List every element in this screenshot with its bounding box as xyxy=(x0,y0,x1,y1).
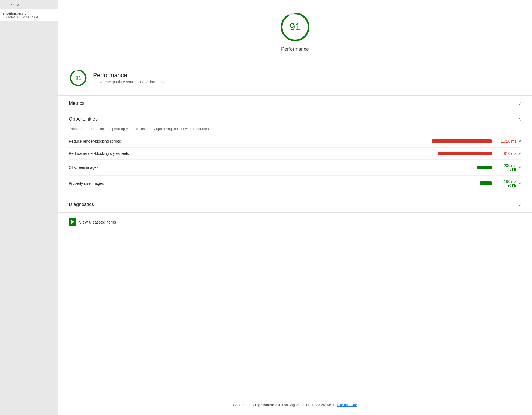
main-content: 91 Performance 91 Performance These enca… xyxy=(58,0,532,415)
opp-kb-offscreen: 41 KB xyxy=(495,168,516,172)
score-label-large: Performance xyxy=(281,46,309,52)
score-header: 91 Performance xyxy=(58,0,532,60)
entry-info: perfmatters.io 8/21/2017, 12:33:32 AM xyxy=(6,12,38,19)
play-triangle xyxy=(71,220,74,224)
metrics-header[interactable]: Metrics ∨ xyxy=(58,96,532,111)
opp-label-stylesheets: Reduce render-blocking stylesheets xyxy=(69,151,150,156)
opp-bar-area-offscreen: 230 ms 41 KB ∨ xyxy=(150,163,521,172)
passed-play-icon xyxy=(69,218,76,226)
sidebar: + × ⊘ ▶ perfmatters.io 8/21/2017, 12:33:… xyxy=(0,0,58,415)
footer: Generated by Lighthouse 2.0.0 on Aug 21,… xyxy=(58,395,532,415)
footer-generated-by: Generated by xyxy=(233,403,255,407)
stop-icon[interactable]: ⊘ xyxy=(16,2,21,7)
opp-value-scripts: 1,010 ms xyxy=(495,139,516,143)
score-circle-large: 91 xyxy=(279,11,311,43)
opp-label-offscreen: Offscreen images xyxy=(69,165,150,170)
diagnostics-header[interactable]: Diagnostics ∨ xyxy=(58,197,532,212)
score-number-large: 91 xyxy=(289,21,300,33)
opp-bar-stylesheets xyxy=(438,152,492,155)
entry-arrow-icon: ▶ xyxy=(3,12,5,15)
add-tab-icon[interactable]: + xyxy=(3,2,8,7)
opp-bar-offscreen xyxy=(477,166,492,169)
opportunity-row-offscreen: Offscreen images 230 ms 41 KB ∨ xyxy=(69,159,521,175)
opportunities-body: These are opportunities to speed up your… xyxy=(58,127,532,197)
sidebar-tab-bar: + × ⊘ xyxy=(0,0,58,9)
sidebar-entry[interactable]: ▶ perfmatters.io 8/21/2017, 12:33:32 AM xyxy=(0,9,58,21)
opp-kb-size: 30 KB xyxy=(495,184,516,187)
diagnostics-chevron-icon: ∨ xyxy=(518,202,521,207)
opp-chevron-stylesheets[interactable]: ∨ xyxy=(519,151,521,156)
opportunity-row-size: Properly size images 160 ms 30 KB ∨ xyxy=(69,175,521,191)
opp-value-size: 160 ms 30 KB xyxy=(495,179,516,187)
file-issue-link[interactable]: File an issue xyxy=(337,403,357,407)
opportunities-label: Opportunities xyxy=(69,116,98,122)
opp-bar-scripts xyxy=(432,139,492,143)
opp-value-offscreen: 230 ms 41 KB xyxy=(495,163,516,172)
opportunity-row-scripts: Reduce render-blocking scripts 1,010 ms … xyxy=(69,135,521,147)
performance-description: These encapsulate your app's performance… xyxy=(93,80,167,84)
score-circle-small: 91 xyxy=(69,68,88,87)
footer-version-date: 2.0.0 on Aug 21, 2017, 12:33 AM MST | xyxy=(274,403,337,407)
performance-title: Performance xyxy=(93,72,167,79)
close-tab-icon[interactable]: × xyxy=(9,2,14,7)
opp-value-stylesheets: 910 ms xyxy=(495,151,516,156)
opp-bar-area-scripts: 1,010 ms ∨ xyxy=(150,139,521,143)
opp-ms-size: 160 ms xyxy=(495,179,516,184)
footer-lighthouse: Lighthouse xyxy=(255,403,274,407)
opp-chevron-size[interactable]: ∨ xyxy=(519,181,521,186)
opp-chevron-scripts[interactable]: ∨ xyxy=(519,139,521,143)
opportunity-row-stylesheets: Reduce render-blocking stylesheets 910 m… xyxy=(69,147,521,159)
opportunities-description: These are opportunities to speed up your… xyxy=(69,127,521,131)
diagnostics-label: Diagnostics xyxy=(69,202,94,207)
metrics-label: Metrics xyxy=(69,101,84,106)
opp-chevron-offscreen[interactable]: ∨ xyxy=(519,165,521,170)
opp-ms-offscreen: 230 ms xyxy=(495,163,516,168)
entry-title: perfmatters.io xyxy=(6,12,38,15)
opp-label-scripts: Reduce render-blocking scripts xyxy=(69,139,150,143)
opportunities-header[interactable]: Opportunities ∧ xyxy=(58,111,532,127)
passed-items-row[interactable]: View 6 passed items xyxy=(58,212,532,231)
entry-date: 8/21/2017, 12:33:32 AM xyxy=(6,15,38,19)
opp-bar-area-stylesheets: 910 ms ∨ xyxy=(150,151,521,156)
diagnostics-section: Diagnostics ∨ xyxy=(58,197,532,212)
opportunities-chevron-icon: ∧ xyxy=(518,116,521,122)
opp-ms-scripts: 1,010 ms xyxy=(495,139,516,143)
performance-section-text: Performance These encapsulate your app's… xyxy=(93,72,167,84)
score-number-small: 91 xyxy=(75,75,81,81)
opportunities-section: Opportunities ∧ These are opportunities … xyxy=(58,111,532,197)
performance-section-header: 91 Performance These encapsulate your ap… xyxy=(58,60,532,96)
metrics-chevron-icon: ∨ xyxy=(518,101,521,106)
opp-bar-size xyxy=(480,181,492,185)
passed-label: View 6 passed items xyxy=(79,220,116,224)
opp-bar-area-size: 160 ms 30 KB ∨ xyxy=(150,179,521,187)
metrics-section: Metrics ∨ xyxy=(58,96,532,111)
opp-label-size: Properly size images xyxy=(69,181,150,186)
opp-ms-stylesheets: 910 ms xyxy=(495,151,516,156)
